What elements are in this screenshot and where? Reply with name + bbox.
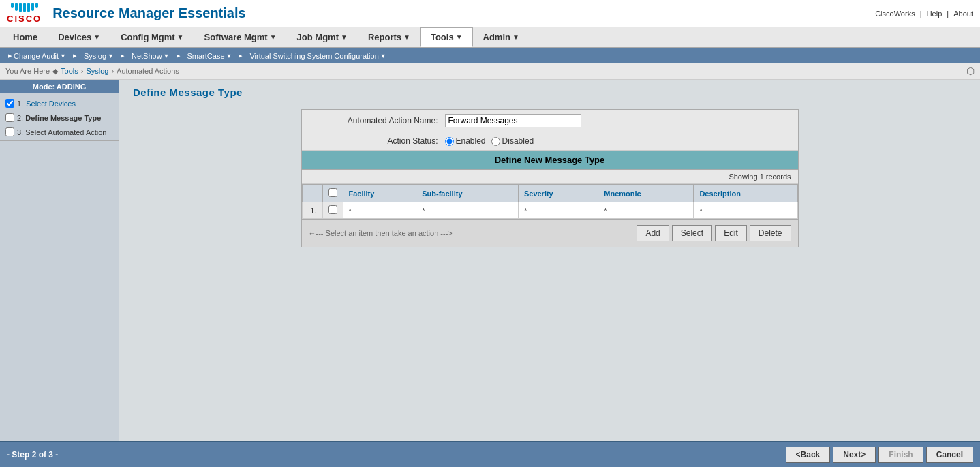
sidebar-step-2[interactable]: 2. Define Message Type [0, 110, 119, 125]
add-button[interactable]: Add [637, 225, 669, 241]
sec-nav-change-audit[interactable]: ▸ Change Audit ▼ [4, 50, 70, 61]
sec-nav-smartcase-arrow: ▼ [226, 52, 232, 59]
ciscoworks-link[interactable]: CiscoWorks [875, 10, 915, 18]
sec-nav-bullet: ▸ [8, 51, 12, 60]
row-num: 1. [302, 202, 322, 219]
sec-nav-smartcase[interactable]: SmartCase ▼ [183, 50, 236, 61]
sidebar: Mode: ADDING 1. Select Devices 2. Define… [0, 80, 119, 458]
disabled-radio[interactable] [491, 137, 500, 146]
nav-buttons: <Back Next> Finish Cancel [786, 447, 973, 458]
table-header-description[interactable]: Description [694, 185, 797, 202]
action-name-label: Automated Action Name: [309, 116, 445, 125]
finish-button[interactable]: Finish [878, 447, 923, 458]
top-bar: CISCO Resource Manager Essentials CiscoW… [0, 0, 980, 27]
define-section: Define New Message Type Showing 1 record… [302, 151, 798, 247]
logo: CISCO [7, 3, 42, 24]
app-title: Resource Manager Essentials [52, 5, 245, 21]
radio-group: Enabled Disabled [445, 136, 791, 146]
nav-tools-arrow: ▼ [456, 33, 463, 41]
next-button[interactable]: Next> [833, 447, 876, 458]
step2-label: Define Message Type [25, 114, 101, 122]
step2-checkbox[interactable] [5, 113, 14, 122]
row-facility: * [343, 202, 416, 219]
main-nav: Home Devices ▼ Config Mgmt ▼ Software Mg… [0, 27, 980, 48]
help-link[interactable]: Help [927, 10, 943, 18]
nav-software-mgmt[interactable]: Software Mgmt ▼ [194, 27, 287, 47]
nav-job-mgmt[interactable]: Job Mgmt ▼ [287, 27, 358, 47]
nav-devices-arrow: ▼ [93, 33, 100, 41]
row-severity: * [518, 202, 598, 219]
define-header: Define New Message Type [302, 151, 798, 170]
table-header-checkbox [322, 185, 343, 202]
sec-nav-syslog-arrow: ▼ [108, 52, 114, 59]
sec-nav-change-audit-arrow: ▼ [60, 52, 66, 59]
about-link[interactable]: About [953, 10, 973, 18]
cancel-button[interactable]: Cancel [926, 447, 973, 458]
bottom-bar: - Step 2 of 3 - <Back Next> Finish Cance… [0, 441, 980, 458]
nav-admin-arrow: ▼ [512, 33, 519, 41]
action-status-row: Action Status: Enabled Disabled [302, 132, 798, 151]
top-links: CiscoWorks | Help | About [875, 10, 973, 18]
sidebar-step-1[interactable]: 1. Select Devices [0, 96, 119, 110]
action-name-value [445, 114, 791, 127]
breadcrumb-syslog[interactable]: Syslog [86, 67, 108, 75]
sec-nav-vss[interactable]: Virtual Switching System Configuration ▼ [245, 50, 390, 61]
edit-button[interactable]: Edit [715, 225, 747, 241]
table-header-mnemonic[interactable]: Mnemonic [598, 185, 694, 202]
action-bar: ←--- Select an item then take an action … [302, 219, 798, 247]
action-hint: ←--- Select an item then take an action … [309, 229, 453, 237]
enabled-radio[interactable] [445, 137, 454, 146]
mode-bar: Mode: ADDING [0, 80, 119, 93]
step3-checkbox[interactable] [5, 127, 14, 136]
enabled-option[interactable]: Enabled [445, 136, 486, 146]
sidebar-divider [0, 140, 119, 141]
form-container: Automated Action Name: Action Status: En… [301, 109, 799, 247]
records-info: Showing 1 records [302, 170, 798, 184]
main-content: Define Message Type Automated Action Nam… [119, 80, 980, 458]
select-all-checkbox[interactable] [328, 188, 337, 197]
nav-devices[interactable]: Devices ▼ [48, 27, 110, 47]
you-are-here: You Are Here [5, 67, 50, 75]
breadcrumb-separator: ◆ [52, 67, 58, 76]
row-checkbox[interactable] [328, 205, 337, 214]
enabled-label: Enabled [456, 136, 486, 146]
sec-nav-syslog[interactable]: Syslog ▼ [80, 50, 118, 61]
breadcrumb-current: Automated Actions [117, 67, 179, 75]
breadcrumb: You Are Here ◆ Tools › Syslog › Automate… [0, 63, 980, 80]
nav-software-arrow: ▼ [270, 33, 277, 41]
action-name-input[interactable] [445, 114, 581, 127]
nav-reports-arrow: ▼ [403, 33, 410, 41]
disabled-label: Disabled [502, 136, 534, 146]
nav-tools[interactable]: Tools ▼ [420, 27, 473, 47]
disabled-option[interactable]: Disabled [491, 136, 534, 146]
nav-admin[interactable]: Admin ▼ [473, 27, 530, 47]
action-status-value: Enabled Disabled [445, 136, 791, 146]
delete-button[interactable]: Delete [750, 225, 791, 241]
nav-reports[interactable]: Reports ▼ [358, 27, 420, 47]
table-header-num [302, 185, 322, 202]
step1-link[interactable]: Select Devices [26, 100, 76, 108]
sec-nav-netshow[interactable]: NetShow ▼ [127, 50, 174, 61]
row-subfacility: * [416, 202, 519, 219]
nav-config-mgmt[interactable]: Config Mgmt ▼ [110, 27, 194, 47]
nav-job-arrow: ▼ [341, 33, 348, 41]
page-title: Define Message Type [133, 87, 966, 98]
sidebar-step-3[interactable]: 3. Select Automated Action [0, 125, 119, 139]
step1-checkbox[interactable] [5, 99, 14, 108]
step-info: - Step 2 of 3 - [7, 450, 58, 458]
nav-config-arrow: ▼ [177, 33, 184, 41]
select-button[interactable]: Select [672, 225, 712, 241]
action-buttons: Add Select Edit Delete [637, 225, 791, 241]
nav-home[interactable]: Home [3, 27, 48, 47]
table-header-facility[interactable]: Facility [343, 185, 416, 202]
sec-nav-vss-arrow: ▼ [380, 52, 386, 59]
expand-icon[interactable]: ⬡ [966, 65, 975, 76]
message-type-table: Facility Sub-facility Severity Mnemonic … [302, 184, 798, 219]
cisco-logo-text: CISCO [7, 14, 42, 24]
row-description: * [694, 202, 797, 219]
table-header-subfacility[interactable]: Sub-facility [416, 185, 519, 202]
table-header-severity[interactable]: Severity [518, 185, 598, 202]
sec-nav-netshow-arrow: ▼ [164, 52, 170, 59]
back-button[interactable]: <Back [786, 447, 831, 458]
breadcrumb-tools[interactable]: Tools [61, 67, 78, 75]
